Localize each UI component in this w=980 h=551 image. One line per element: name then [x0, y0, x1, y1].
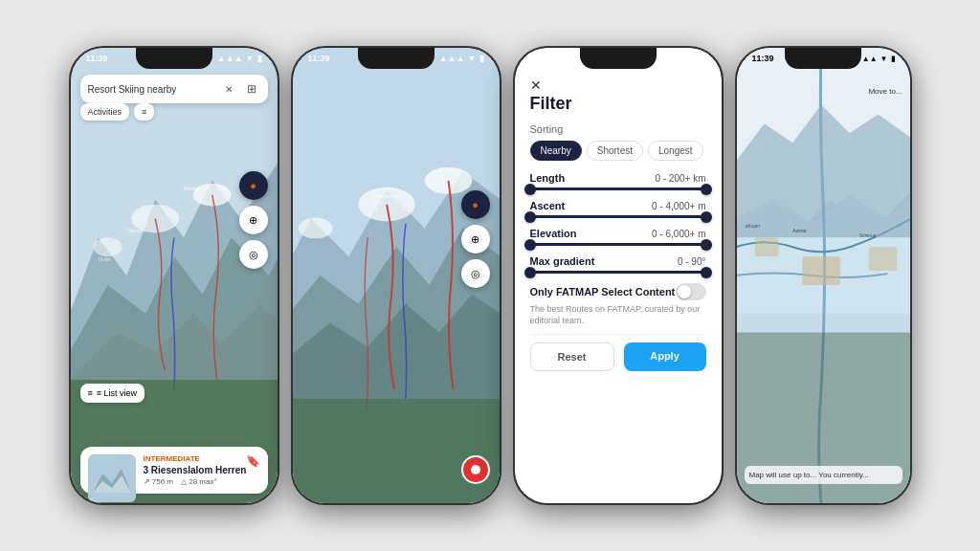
ascent-label: Ascent [530, 200, 566, 211]
battery-icon-2: ▮ [479, 54, 484, 63]
close-icon: ✕ [530, 77, 542, 93]
difficulty-badge: INTERMEDIATE [144, 454, 260, 463]
elevation-value: 0 - 6,000+ m [652, 229, 705, 239]
phone-2-screen: Marchensee 2670m Steinach 11:39 ▲▲▲ ▼ ▮ … [293, 48, 500, 503]
gradient-label: Max gradient [530, 255, 595, 267]
ascent-header: Ascent 0 - 4,000+ m [530, 200, 706, 211]
elevation-thumb-left[interactable] [524, 239, 536, 251]
svg-text:Marchensee: Marchensee [372, 194, 398, 199]
phone-3: ✕ Filter Sorting Nearby Shortest [513, 46, 724, 505]
filter-panel: ✕ Filter Sorting Nearby Shortest [515, 48, 722, 503]
reset-button[interactable]: Reset [530, 342, 614, 371]
status-icons-2: ▲▲▲ ▼ ▮ [439, 54, 484, 63]
elevation-thumb-right[interactable] [701, 239, 712, 251]
svg-text:2670m: 2670m [372, 200, 385, 205]
layers-icon-2: ⊕ [471, 233, 479, 246]
locate-icon-2: ◎ [471, 268, 480, 280]
map-buttons-2: ● ⊕ ◎ [461, 190, 490, 288]
layers-button[interactable]: ⊕ [239, 206, 268, 234]
clear-icon[interactable]: ✕ [220, 80, 237, 98]
gradient-thumb-right[interactable] [701, 267, 712, 278]
phone-2: Marchensee 2670m Steinach 11:39 ▲▲▲ ▼ ▮ … [291, 46, 501, 505]
sort-nearby[interactable]: Nearby [530, 141, 582, 161]
apply-button[interactable]: Apply [624, 342, 706, 371]
compass-icon-2: ● [472, 199, 479, 210]
battery-icon-4: ▮ [891, 55, 895, 63]
card-content: INTERMEDIATE 3 Riesenslalom Herren ↗ 756… [144, 454, 260, 486]
filter-title: Filter [530, 94, 572, 114]
sorting-label: Sorting [530, 123, 706, 135]
phone-3-screen: ✕ Filter Sorting Nearby Shortest [515, 48, 722, 503]
wifi-icon: ▼ [246, 54, 255, 63]
svg-text:Schinup: Schinup [858, 233, 876, 238]
sort-tabs: Nearby Shortest Longest [530, 141, 706, 161]
compass-button[interactable]: ● [239, 171, 268, 200]
gradient-icon: △ 28 max° [181, 477, 217, 486]
fatmap-toggle[interactable] [676, 283, 706, 300]
filter-close-button[interactable]: ✕ [530, 77, 542, 94]
activity-title: 3 Riesenslalom Herren [144, 465, 260, 475]
layers-icon: ⊕ [249, 214, 257, 227]
search-actions: ✕ ⊞ [220, 80, 260, 98]
svg-rect-21 [293, 399, 500, 503]
length-slider[interactable] [530, 187, 706, 190]
move-to-label: Move to... [868, 87, 902, 96]
sort-longest[interactable]: Longest [648, 141, 703, 161]
svg-rect-32 [868, 247, 897, 271]
list-view-label: ≡ List view [97, 388, 137, 398]
svg-text:Steinach: Steinach [126, 229, 145, 233]
sort-shortest[interactable]: Shortest [587, 141, 643, 161]
ascent-slider[interactable] [530, 215, 706, 218]
length-filter: Length 0 - 200+ km [530, 172, 706, 190]
phone-1-screen: Steinach Marchensee Ürden 11:39 ▲▲▲ ▼ ▮ … [71, 48, 278, 503]
gradient-header: Max gradient 0 - 90° [530, 255, 706, 267]
locate-button-2[interactable]: ◎ [461, 259, 490, 288]
elevation-label: Elevation [530, 228, 577, 239]
elevation-fill [530, 243, 706, 246]
phone-1-notch [136, 48, 212, 69]
bookmark-icon[interactable]: 🔖 [246, 454, 260, 468]
ascent-filter: Ascent 0 - 4,000+ m [530, 200, 706, 218]
record-button[interactable] [461, 455, 490, 484]
elevation-header: Elevation 0 - 6,000+ m [530, 228, 706, 239]
layers-button-2[interactable]: ⊕ [461, 225, 490, 253]
map-info-text: Map will use up to... You currently... [749, 471, 869, 479]
compass-button-2[interactable]: ● [461, 190, 490, 219]
elevation-filter: Elevation 0 - 6,000+ m [530, 228, 706, 246]
list-view-button[interactable]: ≡ ≡ List view [80, 384, 145, 403]
time-4: 11:39 [752, 54, 774, 63]
ascent-thumb-left[interactable] [524, 211, 536, 223]
filter-tab[interactable]: ≡ [134, 103, 154, 121]
fatmap-toggle-row: Only FATMAP Select Content [530, 283, 706, 300]
wifi-icon-2: ▼ [468, 54, 477, 63]
svg-point-6 [93, 237, 122, 256]
length-thumb-left[interactable] [524, 184, 536, 195]
length-value: 0 - 200+ km [655, 173, 705, 184]
activities-tab[interactable]: Activities [80, 103, 130, 121]
search-bar[interactable]: Resort Skiing nearby ✕ ⊞ [80, 75, 268, 103]
phones-container: Steinach Marchensee Ürden 11:39 ▲▲▲ ▼ ▮ … [59, 0, 922, 551]
map-info-overlay: Map will use up to... You currently... [745, 466, 902, 484]
time-1: 11:39 [86, 54, 108, 63]
map-buttons-1: ● ⊕ ◎ [239, 171, 268, 269]
svg-text:Marchensee: Marchensee [183, 187, 209, 191]
route-icon[interactable]: ⊞ [243, 80, 260, 98]
locate-button[interactable]: ◎ [239, 240, 268, 269]
length-header: Length 0 - 200+ km [530, 172, 706, 184]
list-icon: ≡ [88, 388, 93, 398]
toggle-knob [678, 285, 691, 298]
distance-icon: ↗ 756 m [144, 477, 173, 486]
gradient-slider[interactable] [530, 271, 706, 274]
activities-label: Activities [88, 107, 122, 117]
length-thumb-right[interactable] [701, 184, 712, 195]
svg-text:Asmat: Asmat [792, 229, 807, 233]
ascent-thumb-right[interactable] [701, 211, 712, 223]
signal-icon: ▲▲▲ [217, 54, 243, 63]
gradient-thumb-left[interactable] [524, 267, 536, 278]
elevation-slider[interactable] [530, 243, 706, 246]
toggle-label: Only FATMAP Select Content [530, 286, 676, 298]
locate-icon: ◎ [249, 249, 258, 261]
phone-2-notch [358, 48, 434, 69]
activity-card[interactable]: INTERMEDIATE 3 Riesenslalom Herren ↗ 756… [80, 447, 268, 494]
search-text: Resort Skiing nearby [88, 84, 177, 95]
